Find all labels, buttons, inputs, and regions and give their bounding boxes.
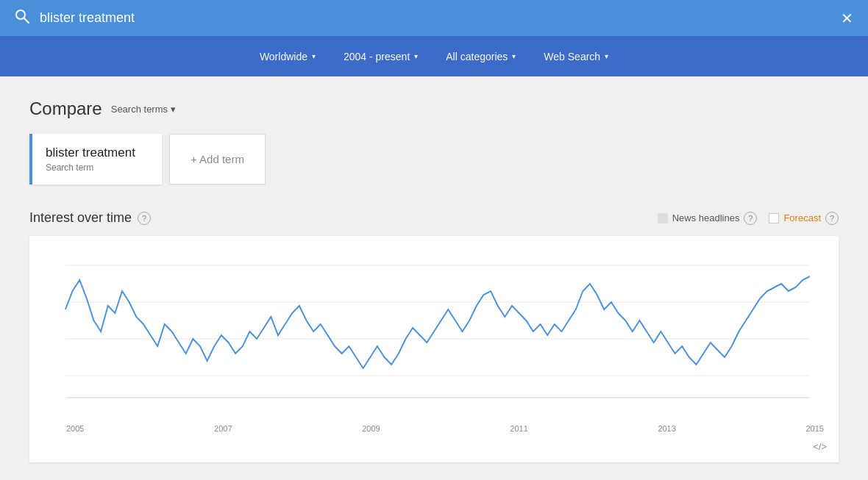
chart-title-wrap: Interest over time ? bbox=[29, 210, 151, 226]
type-label: Web Search bbox=[544, 51, 600, 62]
forecast-help-icon[interactable]: ? bbox=[825, 212, 839, 225]
news-headlines-help-icon[interactable]: ? bbox=[744, 212, 757, 225]
search-terms-arrow-icon: ▾ bbox=[171, 104, 176, 115]
time-label: 2004 - present bbox=[344, 51, 410, 62]
search-terms-label: Search terms bbox=[111, 104, 168, 115]
trend-line bbox=[65, 276, 810, 368]
year-label-2009: 2009 bbox=[362, 424, 380, 433]
compare-header: Compare Search terms ▾ bbox=[29, 98, 839, 119]
news-headlines-label: News headlines bbox=[672, 212, 740, 223]
add-term-label: + Add term bbox=[191, 153, 244, 165]
time-arrow-icon: ▾ bbox=[414, 52, 418, 60]
category-filter[interactable]: All categories ▾ bbox=[435, 45, 526, 68]
forecast-label: Forecast bbox=[783, 212, 821, 223]
year-label-2011: 2011 bbox=[510, 424, 527, 433]
main-content: Compare Search terms ▾ blister treatment… bbox=[0, 76, 868, 480]
chart-help-icon[interactable]: ? bbox=[138, 212, 151, 225]
year-labels: 2005 2007 2009 2011 2013 2015 bbox=[44, 420, 824, 433]
search-terms-button[interactable]: Search terms ▾ bbox=[111, 104, 176, 115]
embed-icon[interactable]: </> bbox=[813, 441, 827, 452]
category-label: All categories bbox=[446, 51, 508, 62]
filter-bar: Worldwide ▾ 2004 - present ▾ All categor… bbox=[0, 36, 868, 76]
chart-controls: News headlines ? Forecast ? bbox=[658, 212, 839, 225]
chart-title: Interest over time bbox=[29, 210, 132, 226]
year-label-2007: 2007 bbox=[214, 424, 232, 433]
chart-section-header: Interest over time ? News headlines ? Fo… bbox=[29, 210, 839, 226]
close-button[interactable]: ✕ bbox=[841, 11, 853, 26]
term-card[interactable]: blister treatment Search term bbox=[29, 134, 162, 185]
search-icon bbox=[15, 9, 29, 27]
term-label: Search term bbox=[46, 162, 149, 173]
year-label-2015: 2015 bbox=[805, 424, 823, 433]
news-headlines-checkbox[interactable] bbox=[658, 213, 668, 223]
forecast-checkbox[interactable] bbox=[769, 213, 779, 223]
trend-chart bbox=[44, 251, 824, 420]
search-bar: ✕ bbox=[0, 0, 868, 36]
region-label: Worldwide bbox=[260, 51, 307, 62]
svg-point-0 bbox=[16, 10, 25, 19]
chart-container: 2005 2007 2009 2011 2013 2015 </> bbox=[29, 236, 839, 462]
svg-line-1 bbox=[24, 18, 29, 23]
region-arrow-icon: ▾ bbox=[312, 52, 316, 60]
year-label-2005: 2005 bbox=[66, 424, 84, 433]
type-filter[interactable]: Web Search ▾ bbox=[533, 45, 619, 68]
news-headlines-control: News headlines ? bbox=[658, 212, 758, 225]
type-arrow-icon: ▾ bbox=[605, 52, 608, 60]
search-input[interactable] bbox=[40, 10, 830, 26]
forecast-control: Forecast ? bbox=[769, 212, 839, 225]
term-cards: blister treatment Search term + Add term bbox=[29, 134, 839, 185]
time-filter[interactable]: 2004 - present ▾ bbox=[333, 45, 428, 68]
category-arrow-icon: ▾ bbox=[512, 52, 516, 60]
term-name: blister treatment bbox=[46, 146, 149, 160]
add-term-button[interactable]: + Add term bbox=[169, 134, 266, 185]
compare-title: Compare bbox=[29, 98, 102, 119]
year-label-2013: 2013 bbox=[658, 424, 675, 433]
region-filter[interactable]: Worldwide ▾ bbox=[249, 45, 326, 68]
